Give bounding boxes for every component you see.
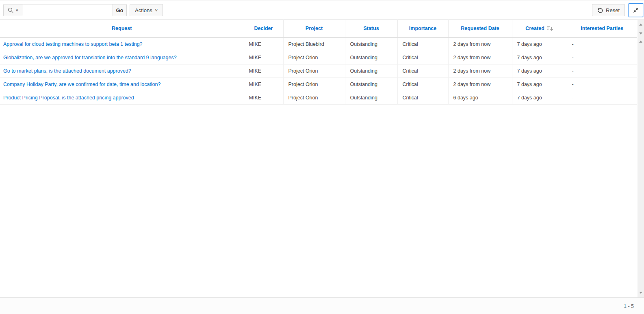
table-row: Product Pricing Proposal, is the attache… xyxy=(0,91,637,104)
cell-created: 7 days ago xyxy=(512,37,567,51)
request-link[interactable]: Approval for cloud testing machines to s… xyxy=(3,41,143,47)
cell-requested-date: 2 days from now xyxy=(448,77,512,91)
cell-decider: MIKE xyxy=(244,37,283,51)
cell-project: Project Orion xyxy=(283,51,345,64)
table-row: Go to market plans, is the attached docu… xyxy=(0,64,637,77)
search-bar: ∨ Go xyxy=(3,4,127,16)
cell-interested-parties: - xyxy=(567,51,637,64)
actions-button-label: Actions xyxy=(135,7,152,13)
column-header-decider[interactable]: Decider xyxy=(244,20,283,37)
request-link[interactable]: Company Holiday Party, are we confirmed … xyxy=(3,82,160,87)
cell-decider: MIKE xyxy=(244,51,283,64)
cell-project: Project Orion xyxy=(283,77,345,91)
cell-importance: Critical xyxy=(397,64,448,77)
request-link[interactable]: Go to market plans, is the attached docu… xyxy=(3,68,131,74)
cell-decider: MIKE xyxy=(244,77,283,91)
table-header-row: Request Decider Project Status Importanc… xyxy=(0,20,637,37)
column-header-created[interactable]: Created xyxy=(512,20,567,37)
table-row: Company Holiday Party, are we confirmed … xyxy=(0,77,637,91)
reset-button[interactable]: Reset xyxy=(592,4,625,16)
go-button[interactable]: Go xyxy=(113,4,127,16)
request-link[interactable]: Product Pricing Proposal, is the attache… xyxy=(3,95,134,101)
cell-interested-parties: - xyxy=(567,91,637,104)
cell-request: Globalization, are we approved for trans… xyxy=(0,51,244,64)
table-row: Globalization, are we approved for trans… xyxy=(0,51,637,64)
cell-created: 7 days ago xyxy=(512,51,567,64)
request-link[interactable]: Globalization, are we approved for trans… xyxy=(3,55,177,60)
cell-request: Product Pricing Proposal, is the attache… xyxy=(0,91,244,104)
cell-interested-parties: - xyxy=(567,64,637,77)
cell-project: Project Bluebird xyxy=(283,37,345,51)
interactive-report-table: Request Decider Project Status Importanc… xyxy=(0,20,637,105)
search-options-button[interactable]: ∨ xyxy=(3,4,23,16)
chevron-down-icon: ∨ xyxy=(15,8,19,12)
reset-icon xyxy=(597,7,603,13)
scrollbar-up-arrow-icon[interactable] xyxy=(639,41,642,43)
cell-project: Project Orion xyxy=(283,91,345,104)
cell-request: Approval for cloud testing machines to s… xyxy=(0,37,244,51)
cell-created: 7 days ago xyxy=(512,77,567,91)
search-input[interactable] xyxy=(23,4,113,16)
cell-project: Project Orion xyxy=(283,64,345,77)
cell-created: 7 days ago xyxy=(512,64,567,77)
chevron-down-icon: ∨ xyxy=(154,8,158,12)
reset-button-label: Reset xyxy=(606,7,620,13)
cell-decider: MIKE xyxy=(244,91,283,104)
cell-created: 7 days ago xyxy=(512,91,567,104)
column-header-status[interactable]: Status xyxy=(345,20,397,37)
cell-request: Company Holiday Party, are we confirmed … xyxy=(0,77,244,91)
cell-requested-date: 2 days from now xyxy=(448,64,512,77)
cell-decider: MIKE xyxy=(244,64,283,77)
column-header-interested-parties[interactable]: Interested Parties xyxy=(567,20,637,37)
cell-importance: Critical xyxy=(397,91,448,104)
scrollbar-down-arrow-icon[interactable] xyxy=(639,292,642,294)
table-row: Approval for cloud testing machines to s… xyxy=(0,37,637,51)
report-region: Request Decider Project Status Importanc… xyxy=(0,20,644,297)
actions-menu-button[interactable]: Actions ∨ xyxy=(130,4,163,16)
cell-status: Outstanding xyxy=(345,64,397,77)
cell-importance: Critical xyxy=(397,37,448,51)
cell-requested-date: 2 days from now xyxy=(448,51,512,64)
cell-interested-parties: - xyxy=(567,77,637,91)
pagination-label: 1 - 5 xyxy=(624,303,634,309)
cell-requested-date: 6 days ago xyxy=(448,91,512,104)
column-header-request[interactable]: Request xyxy=(0,20,244,37)
cell-importance: Critical xyxy=(397,51,448,64)
column-header-requested-date[interactable]: Requested Date xyxy=(448,20,512,37)
cell-request: Go to market plans, is the attached docu… xyxy=(0,64,244,77)
search-icon xyxy=(8,7,14,13)
sort-descending-icon xyxy=(546,26,553,31)
cell-status: Outstanding xyxy=(345,37,397,51)
vertical-scrollbar[interactable] xyxy=(637,20,644,297)
cell-status: Outstanding xyxy=(345,77,397,91)
scrollbar-down-arrow-icon[interactable] xyxy=(639,32,642,34)
cell-requested-date: 2 days from now xyxy=(448,37,512,51)
cell-status: Outstanding xyxy=(345,91,397,104)
collapse-report-button[interactable] xyxy=(629,3,643,17)
cell-importance: Critical xyxy=(397,77,448,91)
report-footer: 1 - 5 xyxy=(0,297,644,314)
report-toolbar: ∨ Go Actions ∨ Reset xyxy=(0,0,644,20)
column-header-importance[interactable]: Importance xyxy=(397,20,448,37)
compress-icon xyxy=(633,7,639,13)
scrollbar-up-arrow-icon[interactable] xyxy=(639,24,642,26)
column-header-project[interactable]: Project xyxy=(283,20,345,37)
cell-interested-parties: - xyxy=(567,37,637,51)
cell-status: Outstanding xyxy=(345,51,397,64)
